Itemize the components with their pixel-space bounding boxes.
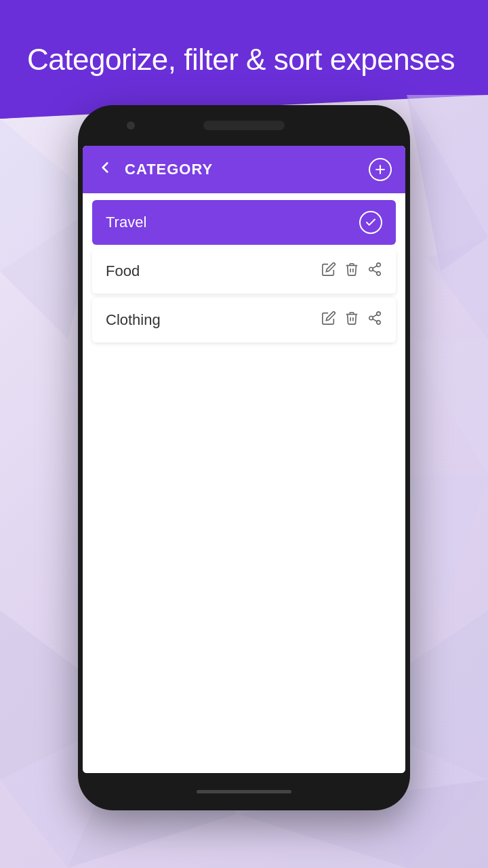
phone-screen: CATEGORY Travel Food — [83, 146, 405, 773]
food-actions — [321, 262, 382, 281]
app-bar: CATEGORY — [83, 146, 405, 193]
check-icon — [359, 211, 382, 234]
delete-clothing-button[interactable] — [344, 311, 359, 330]
phone-top-bar — [78, 105, 410, 146]
category-label-food: Food — [106, 262, 321, 280]
category-item-clothing[interactable]: Clothing — [92, 298, 396, 342]
svg-marker-2 — [407, 95, 488, 271]
svg-point-23 — [377, 321, 381, 325]
edit-clothing-button[interactable] — [321, 311, 336, 330]
svg-marker-12 — [407, 339, 488, 475]
banner-text: Categorize, filter & sort expenses — [27, 43, 455, 77]
app-bar-title: CATEGORY — [125, 161, 369, 178]
svg-point-21 — [377, 312, 381, 316]
phone-camera — [127, 121, 135, 130]
delete-food-button[interactable] — [344, 262, 359, 281]
svg-point-17 — [369, 267, 373, 271]
svg-point-22 — [369, 316, 373, 320]
phone-speaker — [203, 121, 285, 130]
category-label-travel: Travel — [106, 214, 359, 231]
svg-point-16 — [377, 263, 381, 267]
category-label-clothing: Clothing — [106, 311, 321, 329]
category-item-food[interactable]: Food — [92, 249, 396, 294]
svg-line-24 — [373, 319, 377, 321]
svg-marker-3 — [427, 237, 488, 339]
phone-bottom — [78, 773, 410, 810]
back-button[interactable] — [96, 159, 114, 181]
svg-point-18 — [377, 272, 381, 276]
share-food-button[interactable] — [367, 262, 382, 281]
phone-frame: CATEGORY Travel Food — [78, 105, 410, 810]
share-clothing-button[interactable] — [367, 311, 382, 330]
category-list: Travel Food — [83, 193, 405, 773]
svg-marker-13 — [407, 475, 488, 610]
clothing-actions — [321, 311, 382, 330]
svg-line-19 — [373, 270, 377, 273]
edit-food-button[interactable] — [321, 262, 336, 281]
svg-marker-1 — [407, 95, 488, 237]
svg-line-20 — [373, 266, 377, 269]
add-category-button[interactable] — [369, 158, 392, 181]
home-bar — [197, 790, 291, 793]
svg-line-25 — [373, 315, 377, 317]
category-item-travel[interactable]: Travel — [92, 200, 396, 245]
